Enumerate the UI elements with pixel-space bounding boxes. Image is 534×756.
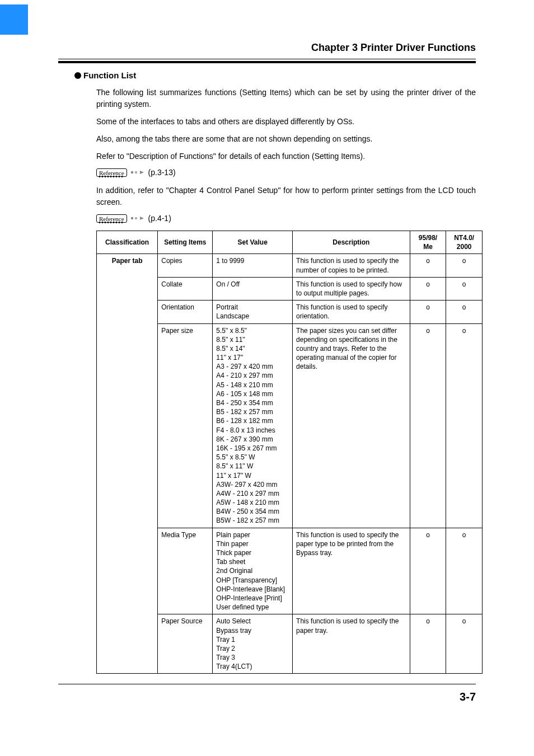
svg-point-1 <box>134 171 137 173</box>
dots-icon <box>130 170 145 175</box>
table-header-row: Classification Setting Items Set Value D… <box>97 231 483 254</box>
reference-page: (p.4-1) <box>148 214 171 223</box>
os2-cell: o <box>446 300 483 323</box>
os1-cell: o <box>410 254 446 277</box>
set-value-cell: Portrait Landscape <box>213 300 293 323</box>
os1-cell: o <box>410 300 446 323</box>
svg-point-4 <box>134 217 137 219</box>
setting-item-cell: Media Type <box>158 528 213 614</box>
header-os2: NT4.0/ 2000 <box>446 231 483 254</box>
reference-icon: Reference <box>96 168 127 177</box>
chapter-title: Chapter 3 Printer Driver Functions <box>311 42 476 54</box>
svg-point-0 <box>130 171 133 173</box>
setting-item-cell: Collate <box>158 277 213 300</box>
classification-cell: Paper tab <box>97 254 158 674</box>
reference-line: Reference (p.3-13) <box>96 168 476 177</box>
os2-cell: o <box>446 254 483 277</box>
content-area: Function List The following list summari… <box>73 71 476 674</box>
os1-cell: o <box>410 277 446 300</box>
os2-cell: o <box>446 614 483 674</box>
description-cell: The paper sizes you can set differ depen… <box>293 323 410 528</box>
reference-line: Reference (p.4-1) <box>96 214 476 223</box>
paragraph: Also, among the tabs there are some that… <box>96 133 476 145</box>
top-rule <box>58 59 476 63</box>
bullet-icon <box>74 72 81 79</box>
header-setting-items: Setting Items <box>158 231 213 254</box>
reference-icon: Reference <box>96 214 127 223</box>
bottom-rule <box>58 684 476 684</box>
setting-item-cell: Paper size <box>158 323 213 528</box>
description-cell: This function is used to specify the pap… <box>293 614 410 674</box>
section-heading: Function List <box>74 71 476 80</box>
reference-page: (p.3-13) <box>148 168 176 177</box>
svg-marker-5 <box>140 217 144 220</box>
os1-cell: o <box>410 323 446 528</box>
page: { "chapter_title": "Chapter 3 Printer Dr… <box>0 0 534 756</box>
description-cell: This function is used to specify the pap… <box>293 528 410 614</box>
os2-cell: o <box>446 277 483 300</box>
set-value-cell: Auto Select Bypass tray Tray 1 Tray 2 Tr… <box>213 614 293 674</box>
os2-cell: o <box>446 528 483 614</box>
header-description: Description <box>293 231 410 254</box>
description-cell: This function is used to specify the num… <box>293 254 410 277</box>
paragraph: Refer to "Description of Functions" for … <box>96 151 476 162</box>
header-os1: 95/98/ Me <box>410 231 446 254</box>
description-cell: This function is used to specify orienta… <box>293 300 410 323</box>
paragraph: Some of the interfaces to tabs and other… <box>96 116 476 128</box>
setting-item-cell: Paper Source <box>158 614 213 674</box>
set-value-cell: 1 to 9999 <box>213 254 293 277</box>
header-set-value: Set Value <box>213 231 293 254</box>
setting-item-cell: Copies <box>158 254 213 277</box>
setting-item-cell: Orientation <box>158 300 213 323</box>
section-heading-text: Function List <box>83 71 136 80</box>
dots-icon <box>130 215 145 221</box>
svg-point-3 <box>130 217 133 219</box>
os2-cell: o <box>446 323 483 528</box>
header-classification: Classification <box>97 231 158 254</box>
paragraph: The following list summarizes functions … <box>96 87 476 110</box>
svg-marker-2 <box>140 171 144 174</box>
set-value-cell: 5.5" x 8.5" 8.5" x 11" 8.5" x 14" 11" x … <box>213 323 293 528</box>
set-value-cell: On / Off <box>213 277 293 300</box>
paragraph: In addition, refer to "Chapter 4 Control… <box>96 185 476 208</box>
os1-cell: o <box>410 614 446 674</box>
description-cell: This function is used to specify how to … <box>293 277 410 300</box>
os1-cell: o <box>410 528 446 614</box>
function-table: Classification Setting Items Set Value D… <box>96 231 483 674</box>
set-value-cell: Plain paper Thin paper Thick paper Tab s… <box>213 528 293 614</box>
chapter-color-tab <box>0 4 28 35</box>
table-row: Paper tab Copies 1 to 9999 This function… <box>97 254 483 277</box>
page-number: 3-7 <box>460 691 476 703</box>
